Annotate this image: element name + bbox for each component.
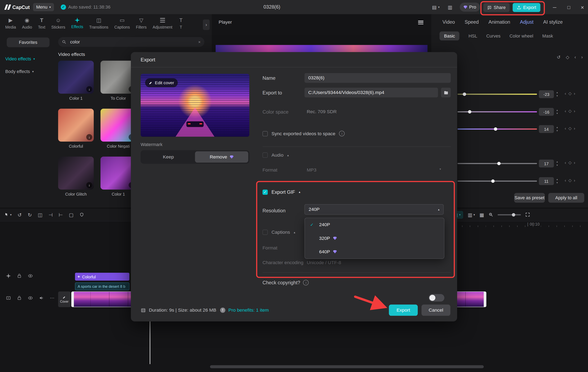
name-field[interactable]: 0328(6)	[304, 73, 451, 83]
subtab-curves[interactable]: Curves	[486, 33, 501, 39]
slider-track[interactable]	[458, 111, 537, 113]
tab-animation[interactable]: Animation	[489, 19, 510, 25]
tab-effects[interactable]: Effects	[69, 18, 85, 29]
preview-frames-icon[interactable]: ▦	[479, 212, 484, 218]
stepper-icon[interactable]: ▴▾	[556, 108, 558, 115]
subtab-hsl[interactable]: HSL	[469, 33, 477, 39]
chevron-left-icon[interactable]: ‹	[565, 109, 566, 114]
tab-audio[interactable]: ◉Audio	[20, 17, 34, 29]
chevron-left-icon[interactable]: ‹	[565, 160, 566, 165]
chevron-right-icon[interactable]: ›	[574, 109, 575, 114]
share-button[interactable]: Share	[483, 3, 510, 12]
undo-icon[interactable]: ↺	[18, 212, 22, 218]
category-body-effects[interactable]: Body effects▾	[5, 67, 34, 77]
resolution-option-240p[interactable]: ✓ 240P	[305, 218, 444, 231]
slider-value[interactable]: -16	[539, 108, 554, 116]
lock-icon[interactable]	[17, 295, 22, 300]
menu-button[interactable]: Menu▾	[33, 3, 54, 11]
more-options-icon[interactable]: ⋯	[50, 295, 54, 301]
more-tabs-chevron-button[interactable]: ›	[203, 20, 210, 30]
download-icon[interactable]: ↓	[86, 182, 92, 188]
zoom-slider[interactable]	[498, 214, 521, 215]
collapse-icon[interactable]: ▴	[294, 231, 295, 234]
resolution-option-320p[interactable]: 320P	[305, 231, 444, 245]
export-button-top[interactable]: Export	[513, 3, 540, 12]
chevron-right-icon[interactable]: ›	[574, 91, 575, 96]
maximize-button[interactable]: □	[564, 2, 574, 12]
download-icon[interactable]: ↓	[86, 134, 92, 140]
export-to-field[interactable]: C:/Users/93444/Videos/0328(6).mp4	[304, 88, 438, 98]
collapse-icon[interactable]: ▴	[287, 153, 289, 157]
cancel-button[interactable]: Cancel	[421, 304, 450, 316]
tab-video[interactable]: Video	[442, 19, 455, 25]
slider-track[interactable]	[458, 94, 537, 95]
effect-card[interactable]: ↓Color Glitch	[58, 157, 94, 196]
split-icon[interactable]: ◫	[38, 212, 42, 218]
slider-track[interactable]	[458, 163, 537, 164]
sync-checkbox[interactable]	[262, 131, 268, 136]
chevron-right-icon[interactable]: ›	[574, 160, 575, 165]
auto-cut-button[interactable]: ▥ ▾	[468, 212, 475, 218]
effect-card[interactable]: ↓Colorful	[58, 109, 94, 149]
download-icon[interactable]: ↓	[86, 86, 92, 92]
apply-to-all-button[interactable]: Apply to all	[548, 193, 584, 203]
slider-knob[interactable]	[463, 93, 466, 96]
stepper-icon[interactable]: ▴▾	[556, 160, 558, 167]
horizontal-scrollbar[interactable]	[210, 365, 484, 368]
chevron-left-icon[interactable]: ‹	[565, 126, 566, 131]
slider-value[interactable]: -23	[539, 90, 554, 98]
tab-media[interactable]: ▶Media	[3, 17, 18, 29]
export-confirm-button[interactable]: Export	[389, 304, 418, 316]
info-icon[interactable]: i	[339, 131, 345, 136]
export-gif-checkbox[interactable]: ✓	[262, 189, 268, 195]
watermark-keep-button[interactable]: Keep	[142, 151, 195, 162]
reset-icon[interactable]: ↺	[557, 55, 560, 60]
tab-adjust[interactable]: Adjust	[520, 19, 533, 25]
tab-stickers[interactable]: ☺Stickers	[49, 17, 68, 29]
tab-captions[interactable]: ▭Captions	[112, 17, 132, 29]
tab-transitions[interactable]: ◫Transitions	[87, 17, 111, 29]
zoom-slider-knob[interactable]	[512, 213, 515, 216]
slider-knob[interactable]	[497, 162, 501, 165]
zoom-out-icon[interactable]	[489, 212, 493, 217]
resolution-select[interactable]: 240P ▴	[304, 204, 443, 215]
slider-knob[interactable]	[468, 110, 472, 114]
audio-checkbox[interactable]	[262, 152, 268, 158]
watermark-remove-button[interactable]: Remove	[195, 151, 248, 162]
crop-icon[interactable]: ▢	[69, 212, 74, 218]
clear-search-icon[interactable]: ×	[198, 40, 201, 44]
save-as-preset-button[interactable]: Save as preset	[514, 193, 545, 203]
slider-track[interactable]	[458, 181, 537, 182]
text-clip[interactable]: A sports car in the desert 8 b	[75, 282, 129, 291]
pro-benefits-link[interactable]: Pro benefits: 1 item	[229, 308, 269, 313]
chevron-right-icon[interactable]: ›	[574, 126, 575, 131]
chevron-right-icon[interactable]: ›	[581, 55, 583, 60]
tab-text[interactable]: TText	[36, 17, 47, 29]
chevron-left-icon[interactable]: ‹	[565, 91, 566, 96]
search-input[interactable]	[69, 39, 195, 45]
slider-value[interactable]: 11	[539, 177, 554, 185]
notes-button[interactable]: ▥	[448, 3, 452, 12]
fit-timeline-icon[interactable]	[525, 212, 530, 217]
category-video-effects[interactable]: Video effects▾	[5, 54, 35, 64]
favorites-button[interactable]: Favorites	[7, 38, 49, 47]
captions-checkbox[interactable]	[262, 230, 268, 235]
minimize-button[interactable]: ─	[550, 2, 560, 12]
keyframe-diamond-icon[interactable]: ◇	[568, 126, 572, 131]
player-menu-icon[interactable]	[418, 20, 423, 24]
edit-cover-button[interactable]: Edit cover	[145, 78, 178, 87]
speaker-icon[interactable]	[39, 295, 44, 300]
tab-speed[interactable]: Speed	[465, 19, 479, 25]
eye-icon[interactable]	[28, 295, 33, 300]
slider-value[interactable]: 17	[539, 160, 554, 167]
layout-toggle-button[interactable]: ▤▾	[432, 3, 440, 12]
tab-ai-stylize[interactable]: AI stylize	[543, 19, 563, 25]
clip-handle-left[interactable]	[72, 292, 74, 307]
cover-button[interactable]: Cover	[58, 292, 71, 307]
tab-adjustment[interactable]: Adjustment	[150, 17, 175, 29]
effect-card[interactable]: ↓Color 1	[58, 61, 94, 101]
resolution-option-640p[interactable]: 640P	[305, 245, 444, 258]
stepper-icon[interactable]: ▴▾	[556, 90, 558, 97]
copyright-toggle[interactable]	[429, 294, 444, 302]
subtab-basic[interactable]: Basic	[440, 31, 460, 40]
